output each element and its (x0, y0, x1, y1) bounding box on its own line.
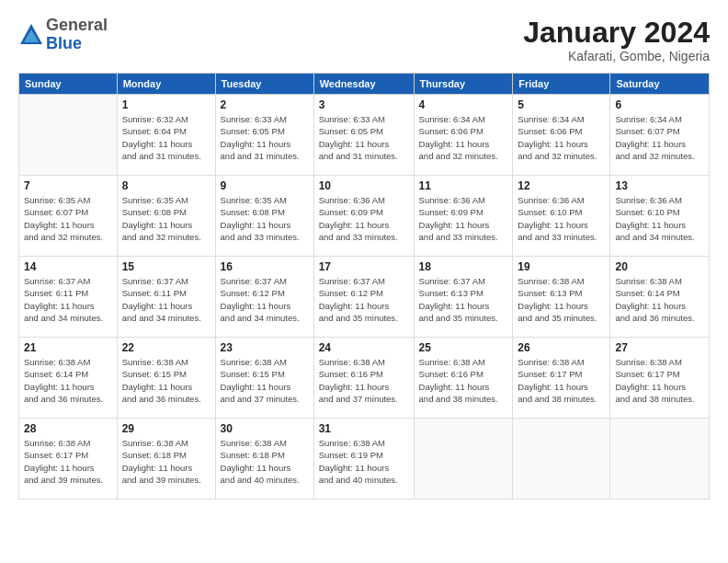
day-number: 10 (319, 179, 409, 192)
daylight-line2: and and 36 minutes. (615, 312, 704, 324)
daylight-line1: Daylight: 11 hours (518, 138, 605, 150)
daylight-line1: Daylight: 11 hours (122, 381, 210, 393)
calendar-day-cell: 10Sunrise: 6:36 AMSunset: 6:09 PMDayligh… (313, 176, 414, 257)
calendar-week-row: 14Sunrise: 6:37 AMSunset: 6:11 PMDayligh… (19, 257, 710, 338)
sunset: Sunset: 6:13 PM (518, 287, 605, 299)
day-number: 28 (24, 422, 112, 435)
sunset: Sunset: 6:10 PM (615, 206, 704, 218)
daylight-line1: Daylight: 11 hours (518, 381, 605, 393)
calendar-day-cell: 26Sunrise: 6:38 AMSunset: 6:17 PMDayligh… (513, 338, 610, 419)
weekday-header: Friday (513, 74, 610, 95)
logo-line2: Blue (46, 35, 108, 53)
sunset: Sunset: 6:11 PM (24, 287, 112, 299)
daylight-line2: and and 39 minutes. (24, 474, 112, 486)
day-info: Sunrise: 6:38 AMSunset: 6:17 PMDaylight:… (518, 356, 605, 405)
day-number: 13 (615, 179, 704, 192)
calendar-day-cell: 3Sunrise: 6:33 AMSunset: 6:05 PMDaylight… (313, 95, 414, 176)
daylight-line2: and and 35 minutes. (518, 312, 605, 324)
daylight-line2: and and 39 minutes. (122, 474, 210, 486)
calendar-day-cell: 27Sunrise: 6:38 AMSunset: 6:17 PMDayligh… (610, 338, 710, 419)
daylight-line2: and and 36 minutes. (24, 393, 112, 405)
day-info: Sunrise: 6:37 AMSunset: 6:11 PMDaylight:… (24, 275, 112, 324)
sunrise: Sunrise: 6:37 AM (122, 275, 210, 287)
calendar-day-cell (513, 419, 610, 500)
day-info: Sunrise: 6:38 AMSunset: 6:14 PMDaylight:… (615, 275, 704, 324)
calendar-week-row: 7Sunrise: 6:35 AMSunset: 6:07 PMDaylight… (19, 176, 710, 257)
day-info: Sunrise: 6:36 AMSunset: 6:09 PMDaylight:… (319, 194, 409, 243)
sunrise: Sunrise: 6:38 AM (221, 437, 309, 449)
day-number: 17 (319, 260, 409, 273)
calendar-day-cell: 28Sunrise: 6:38 AMSunset: 6:17 PMDayligh… (19, 419, 118, 500)
daylight-line1: Daylight: 11 hours (122, 300, 210, 312)
sunrise: Sunrise: 6:36 AM (615, 194, 704, 206)
day-number: 30 (221, 422, 309, 435)
sunset: Sunset: 6:18 PM (221, 449, 309, 461)
daylight-line2: and and 38 minutes. (518, 393, 605, 405)
daylight-line1: Daylight: 11 hours (319, 462, 409, 474)
calendar-day-cell: 15Sunrise: 6:37 AMSunset: 6:11 PMDayligh… (117, 257, 215, 338)
sunset: Sunset: 6:09 PM (419, 206, 508, 218)
sunset: Sunset: 6:14 PM (24, 368, 112, 380)
day-info: Sunrise: 6:38 AMSunset: 6:19 PMDaylight:… (319, 437, 409, 486)
daylight-line1: Daylight: 11 hours (615, 138, 704, 150)
calendar-day-cell: 12Sunrise: 6:36 AMSunset: 6:10 PMDayligh… (513, 176, 610, 257)
daylight-line1: Daylight: 11 hours (615, 300, 704, 312)
sunset: Sunset: 6:05 PM (319, 125, 409, 137)
weekday-header: Tuesday (215, 74, 313, 95)
sunrise: Sunrise: 6:38 AM (518, 356, 605, 368)
day-info: Sunrise: 6:34 AMSunset: 6:06 PMDaylight:… (419, 113, 508, 162)
daylight-line1: Daylight: 11 hours (518, 300, 605, 312)
calendar-day-cell: 13Sunrise: 6:36 AMSunset: 6:10 PMDayligh… (610, 176, 710, 257)
calendar-day-cell: 23Sunrise: 6:38 AMSunset: 6:15 PMDayligh… (215, 338, 313, 419)
daylight-line2: and and 34 minutes. (615, 231, 704, 243)
sunrise: Sunrise: 6:35 AM (24, 194, 112, 206)
calendar-day-cell: 2Sunrise: 6:33 AMSunset: 6:05 PMDaylight… (215, 95, 313, 176)
day-info: Sunrise: 6:38 AMSunset: 6:14 PMDaylight:… (24, 356, 112, 405)
calendar-day-cell: 17Sunrise: 6:37 AMSunset: 6:12 PMDayligh… (313, 257, 414, 338)
daylight-line1: Daylight: 11 hours (24, 219, 112, 231)
daylight-line2: and and 40 minutes. (319, 474, 409, 486)
weekday-header: Saturday (610, 74, 710, 95)
location: Kafarati, Gombe, Nigeria (523, 49, 710, 63)
day-info: Sunrise: 6:35 AMSunset: 6:08 PMDaylight:… (221, 194, 309, 243)
daylight-line1: Daylight: 11 hours (24, 381, 112, 393)
day-info: Sunrise: 6:35 AMSunset: 6:07 PMDaylight:… (24, 194, 112, 243)
sunset: Sunset: 6:18 PM (122, 449, 210, 461)
calendar-day-cell: 20Sunrise: 6:38 AMSunset: 6:14 PMDayligh… (610, 257, 710, 338)
day-info: Sunrise: 6:33 AMSunset: 6:05 PMDaylight:… (319, 113, 409, 162)
page: General Blue January 2024 Kafarati, Gomb… (0, 0, 728, 563)
sunrise: Sunrise: 6:38 AM (221, 356, 309, 368)
calendar-day-cell: 21Sunrise: 6:38 AMSunset: 6:14 PMDayligh… (19, 338, 118, 419)
sunrise: Sunrise: 6:37 AM (419, 275, 508, 287)
sunrise: Sunrise: 6:38 AM (615, 356, 704, 368)
calendar-day-cell: 5Sunrise: 6:34 AMSunset: 6:06 PMDaylight… (513, 95, 610, 176)
sunrise: Sunrise: 6:36 AM (518, 194, 605, 206)
calendar-day-cell (19, 95, 118, 176)
day-info: Sunrise: 6:37 AMSunset: 6:11 PMDaylight:… (122, 275, 210, 324)
day-number: 29 (122, 422, 210, 435)
sunset: Sunset: 6:15 PM (221, 368, 309, 380)
day-number: 21 (24, 341, 112, 354)
day-number: 7 (24, 179, 112, 192)
calendar-week-row: 28Sunrise: 6:38 AMSunset: 6:17 PMDayligh… (19, 419, 710, 500)
month-title: January 2024 (523, 17, 710, 49)
sunrise: Sunrise: 6:34 AM (518, 113, 605, 125)
daylight-line1: Daylight: 11 hours (24, 462, 112, 474)
daylight-line1: Daylight: 11 hours (221, 138, 309, 150)
day-number: 6 (615, 98, 704, 111)
sunset: Sunset: 6:08 PM (122, 206, 210, 218)
sunrise: Sunrise: 6:38 AM (615, 275, 704, 287)
sunrise: Sunrise: 6:38 AM (24, 437, 112, 449)
sunset: Sunset: 6:08 PM (221, 206, 309, 218)
day-number: 4 (419, 98, 508, 111)
daylight-line1: Daylight: 11 hours (419, 300, 508, 312)
sunset: Sunset: 6:19 PM (319, 449, 409, 461)
calendar-day-cell: 8Sunrise: 6:35 AMSunset: 6:08 PMDaylight… (117, 176, 215, 257)
day-number: 26 (518, 341, 605, 354)
daylight-line2: and and 31 minutes. (221, 150, 309, 162)
calendar-day-cell: 6Sunrise: 6:34 AMSunset: 6:07 PMDaylight… (610, 95, 710, 176)
sunrise: Sunrise: 6:37 AM (24, 275, 112, 287)
day-number: 3 (319, 98, 409, 111)
day-number: 5 (518, 98, 605, 111)
day-info: Sunrise: 6:32 AMSunset: 6:04 PMDaylight:… (122, 113, 210, 162)
